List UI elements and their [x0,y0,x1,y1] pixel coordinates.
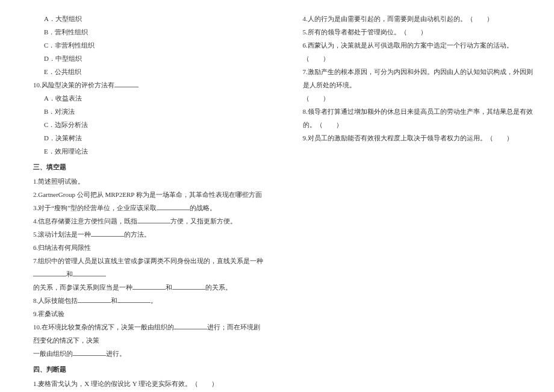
fill-q8-pre: 8.人际技能包括 [33,297,78,304]
q9-option-e: E．公共组织 [33,65,267,78]
fill-q6: 6.归纳法有何局限性 [33,241,267,254]
fill-q2: 2.GartnerGroup 公司把从 MRP2ERP 称为是一场革命，其革命性… [33,188,267,201]
blank [78,296,111,303]
fill-q10-line1: 10.在环境比较复杂的情况下，决策一般由组织的进行；而在环境剧烈变化的情况下，决… [33,320,267,347]
blank [73,349,106,356]
q9-option-c: C．非营利性组织 [33,39,267,52]
section4-header: 四、判断题 [33,362,267,376]
fill-q7-line2: 的关系，而参谋关系则应当是一种和的关系。 [33,281,267,294]
blank [132,282,166,290]
blank [137,216,170,223]
fill-q3-pre: 3.对于“瘦狗”型的经营单位，企业应该采取 [33,204,157,211]
fill-q4: 4.信息存储要注意方便性问题，既指方便，又指更新方便。 [33,214,267,228]
blank [172,282,205,290]
judge-q9: 9.对员工的激励能否有效很大程度上取决于领导者权力的运用。（ ） [303,131,537,145]
blank [33,269,66,276]
fill-q10-line2: 一般由组织的进行。 [33,347,267,360]
blank [73,269,106,276]
fill-q7-line2-post: 的关系。 [205,284,232,291]
blank [174,322,207,329]
fill-q7-mid: 和 [66,270,73,278]
q10-option-b: B．对演法 [33,105,267,118]
fill-q10-line2-post: 进行。 [106,350,126,357]
q9-option-a: A．大型组织 [33,12,267,25]
q10-option-a: A．收益表法 [33,92,267,105]
judge-q7-line2: （ ） [303,92,537,105]
q10-stem: 10.风险型决策的评价方法有 [33,78,267,92]
left-column: A．大型组织 B．营利性组织 C．非营利性组织 D．中型组织 E．公共组织 10… [0,12,285,380]
fill-q8: 8.人际技能包括和。 [33,294,267,307]
fill-q10-pre: 10.在环境比较复杂的情况下，决策一般由组织的 [33,323,174,331]
fill-q5-post: 的方法。 [124,231,151,238]
fill-q5: 5.滚动计划法是一种的方法。 [33,228,267,241]
fill-q8-post: 。 [151,297,157,304]
right-column: 4.人的行为是由需要引起的，而需要则是由动机引起的。（ ） 5.所有的领导者都处… [285,12,555,380]
judge-q4: 4.人的行为是由需要引起的，而需要则是由动机引起的。（ ） [303,12,537,25]
blank [157,203,190,210]
blank [91,229,124,237]
q10-option-d: D．决策树法 [33,131,267,145]
q9-option-b: B．营利性组织 [33,25,267,39]
q10-stem-text: 10.风险型决策的评价方法有 [33,81,114,89]
judge-q7-line1: 7.激励产生的根本原因，可分为内因和外因。内因由人的认知知识构成，外因则是人所处… [303,65,537,92]
fill-q7-line2-pre: 的关系，而参谋关系则应当是一种 [33,284,132,291]
judge-q1: 1.麦格雷戈认为，X 理论的假设比 Y 理论更实际有效。（ ） [33,377,267,390]
fill-q4-post: 方便，又指更新方便。 [170,217,237,225]
blank [114,80,138,87]
judge-q5: 5.所有的领导者都处于管理岗位。（ ） [303,25,537,39]
q10-option-e: E．效用理论法 [33,145,267,158]
fill-q7-line2-mid: 和 [166,284,172,291]
fill-q8-mid: 和 [111,297,117,304]
fill-q9: 9.霍桑试验 [33,307,267,320]
fill-q1: 1.简述照明试验。 [33,175,267,188]
judge-q8: 8.领导者打算通过增加额外的休息日来提高员工的劳动生产率，其结果总是有效的。（ … [303,105,537,131]
fill-q10-line2-pre: 一般由组织的 [33,350,73,357]
q9-option-d: D．中型组织 [33,52,267,65]
fill-q7-pre: 7.组织中的管理人员是以直线主管或参谋两类不同身份出现的，直线关系是一种 [33,257,263,264]
fill-q3-post: 的战略。 [190,204,216,211]
fill-q5-pre: 5.滚动计划法是一种 [33,231,91,238]
fill-q3: 3.对于“瘦狗”型的经营单位，企业应该采取的战略。 [33,201,267,214]
q10-option-c: C．边际分析法 [33,118,267,131]
blank [117,296,151,303]
fill-q7-line1: 7.组织中的管理人员是以直线主管或参谋两类不同身份出现的，直线关系是一种和 [33,254,267,281]
judge-q6: 6.西蒙认为，决策就是从可供选取用的方案中选定一个行动方案的活动。（ ） [303,39,537,65]
section3-header: 三、填空题 [33,160,267,173]
fill-q4-pre: 4.信息存储要注意方便性问题，既指 [33,217,137,225]
